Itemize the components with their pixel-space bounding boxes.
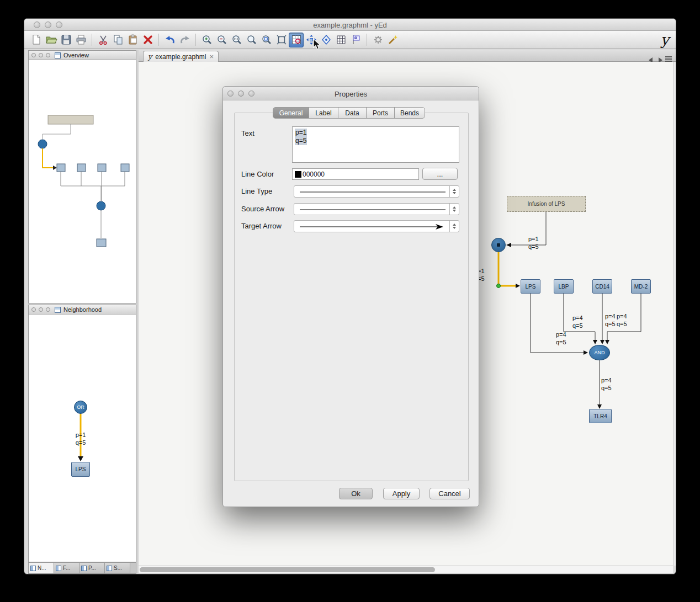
cancel-button[interactable]: Cancel (429, 488, 470, 499)
text-input[interactable]: p=1 q=5 (292, 126, 459, 163)
tab-label[interactable]: Label (309, 107, 338, 119)
vertical-scrollbar[interactable] (673, 62, 676, 566)
horizontal-scrollbar[interactable] (139, 566, 673, 573)
neighborhood-or-node[interactable]: OR (74, 401, 87, 414)
lps-node-label: LPS (76, 466, 86, 472)
and-node[interactable]: AND (589, 345, 610, 360)
neighborhood-edge-label[interactable]: p=1 q=5 (67, 431, 94, 446)
grid-icon[interactable] (333, 33, 348, 47)
stepper-icon[interactable] (449, 221, 459, 232)
zoom-out-icon[interactable] (214, 33, 229, 47)
neighborhood-view[interactable]: OR p=1 q=5 LPS (29, 315, 136, 562)
save-icon[interactable] (59, 33, 73, 47)
or-node-mark (497, 243, 500, 247)
edge-label-p: p=1 (528, 235, 539, 243)
zoom-reset-icon[interactable] (244, 33, 259, 47)
infusion-node[interactable]: Infusion of LPS (507, 196, 586, 212)
toolbar-separator (92, 34, 92, 46)
paste-icon[interactable] (125, 33, 140, 47)
tab-bends[interactable]: Bends (394, 107, 425, 119)
line-color-input[interactable]: 000000 (292, 168, 419, 180)
neighborhood-panel-icon (55, 307, 61, 313)
panel-tab-neighborhood[interactable]: N... (29, 563, 54, 573)
panel-tab-f[interactable]: F... (54, 563, 79, 573)
edge-label-p: p=4 (605, 312, 616, 320)
undo-icon[interactable] (162, 33, 177, 47)
tab-close-icon[interactable]: × (209, 54, 214, 60)
panel-tab-s[interactable]: S... (105, 563, 130, 573)
neighborhood-lps-node[interactable]: LPS (71, 462, 90, 477)
fit-content-icon[interactable] (274, 33, 289, 47)
overview-panel-icon (55, 52, 61, 58)
cut-icon[interactable] (96, 33, 110, 47)
cd14-node[interactable]: CD14 (592, 279, 612, 294)
neighborhood-panel-title: Neighborhood (63, 306, 102, 313)
scrollbar-thumb[interactable] (140, 567, 435, 572)
yed-logo: y (661, 31, 669, 48)
neighborhood-titlebar: Neighborhood (29, 305, 136, 315)
print-icon[interactable] (73, 33, 88, 47)
edge-label-q: q=5 (67, 439, 94, 446)
md2-node[interactable]: MD-2 (631, 279, 651, 294)
line-type-select[interactable] (294, 185, 459, 198)
panel-tab-label: N... (38, 565, 46, 571)
magic-wand-icon[interactable] (385, 33, 400, 47)
edge-label-q: q=5 (528, 243, 539, 251)
stepper-icon[interactable] (449, 186, 459, 197)
panel-close-icon[interactable] (31, 307, 36, 312)
copy-icon[interactable] (110, 33, 125, 47)
window-title: example.graphml - yEd (24, 21, 676, 29)
overview-titlebar: Overview (29, 51, 136, 60)
zoom-in-icon[interactable] (199, 33, 214, 47)
tab-general[interactable]: General (273, 107, 309, 119)
zoom-selection-icon[interactable] (259, 33, 274, 47)
edge-label-q: q=5 (556, 338, 566, 346)
panel-tab-label: F... (63, 565, 70, 571)
palette-icon[interactable] (348, 33, 363, 47)
lps-node[interactable]: LPS (521, 279, 540, 294)
edge-label-md2-and[interactable]: p=4 q=5 (617, 312, 627, 328)
target-arrow-select[interactable] (294, 220, 459, 232)
edge-label-infusion-or[interactable]: p=1 q=5 (528, 235, 539, 251)
panel-minimize-icon[interactable] (39, 53, 43, 57)
panel-close-icon[interactable] (31, 53, 36, 57)
edge-label-p: p=1 (67, 431, 94, 439)
overview-minimap[interactable] (29, 60, 136, 303)
source-arrow-select[interactable] (294, 203, 459, 215)
cd14-node-label: CD14 (595, 284, 609, 290)
edge-label-p: p=4 (556, 331, 566, 338)
document-tab[interactable]: y example.graphml × (143, 51, 219, 62)
panel-detach-icon[interactable] (46, 307, 50, 312)
panel-minimize-icon[interactable] (39, 307, 43, 312)
or-node[interactable] (491, 238, 506, 252)
edge-label-q: q=5 (617, 320, 627, 328)
stepper-icon[interactable] (449, 204, 459, 215)
edge-label-lbp-and[interactable]: p=4 q=5 (572, 314, 583, 329)
status-strip (139, 573, 676, 574)
dialog-title: Properties (223, 90, 479, 98)
apply-button[interactable]: Apply (383, 488, 420, 499)
ok-button[interactable]: Ok (339, 488, 373, 499)
browse-color-button[interactable]: ... (422, 168, 458, 180)
tlr4-node[interactable]: TLR4 (589, 409, 612, 423)
edge-label-lps-and[interactable]: p=4 q=5 (556, 331, 566, 346)
edge-label-cd14-and[interactable]: p=4 q=5 (605, 312, 616, 328)
panel-detach-icon[interactable] (46, 53, 50, 57)
redo-icon[interactable] (177, 33, 192, 47)
settings-gear-icon[interactable] (370, 33, 385, 47)
overview-mode-icon[interactable] (289, 33, 304, 47)
tab-list-icon[interactable] (665, 56, 672, 62)
edge-label-and-tlr4[interactable]: p=4 q=5 (601, 376, 612, 392)
tab-ports[interactable]: Ports (366, 107, 395, 119)
new-document-icon[interactable] (29, 33, 44, 47)
tab-data[interactable]: Data (338, 107, 367, 119)
delete-icon[interactable] (140, 33, 155, 47)
open-document-icon[interactable] (44, 33, 59, 47)
zoom-actual-size-icon[interactable] (229, 33, 244, 47)
panel-tab-p[interactable]: P... (79, 563, 105, 573)
panel-tab-icon (56, 566, 61, 571)
overview-panel: Overview (28, 50, 136, 303)
lbp-node[interactable]: LBP (554, 279, 574, 294)
lps-node-label: LPS (526, 284, 536, 290)
and-node-label: AND (594, 350, 604, 355)
